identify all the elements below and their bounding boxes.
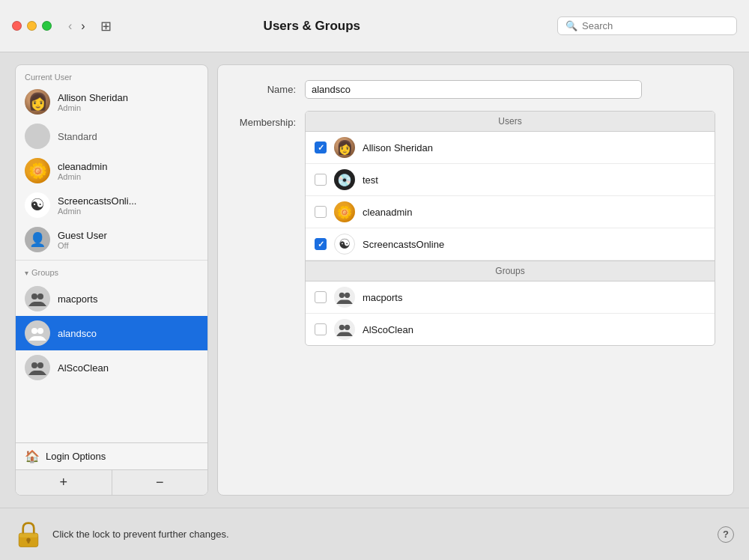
avatar-group-alandsco bbox=[25, 320, 50, 346]
sidebar-item-screencasts[interactable]: ScreencastsOnli... Admin bbox=[16, 188, 207, 222]
svg-point-7 bbox=[345, 293, 350, 298]
sidebar-item-cleanadmin[interactable]: cleanadmin Admin bbox=[16, 153, 207, 188]
member-row-group-macports[interactable]: macports bbox=[306, 281, 715, 314]
sidebar-item-guest[interactable]: Guest User Off bbox=[16, 222, 207, 257]
lock-icon bbox=[15, 520, 42, 550]
user-info-macports: macports bbox=[58, 293, 97, 305]
user-role-screencasts: Admin bbox=[58, 207, 137, 216]
name-row: Name: bbox=[236, 80, 715, 99]
svg-rect-12 bbox=[28, 540, 30, 544]
member-avatar-allison: 👩 bbox=[334, 137, 355, 158]
chevron-icon: ▾ bbox=[25, 269, 28, 277]
member-name-screencasts: ScreencastsOnline bbox=[363, 239, 444, 250]
sidebar-item-standard[interactable]: Standard bbox=[16, 119, 207, 153]
sidebar-item-macports[interactable]: macports bbox=[16, 281, 207, 316]
user-info-guest: Guest User Off bbox=[58, 230, 107, 250]
sidebar-item-alsco[interactable]: AlScoClean bbox=[16, 350, 207, 385]
member-avatar-test: 💿 bbox=[334, 169, 355, 190]
checkbox-group-alsco[interactable] bbox=[315, 323, 327, 335]
search-icon: 🔍 bbox=[565, 20, 577, 31]
traffic-lights bbox=[12, 21, 52, 31]
user-name-cleanadmin: cleanadmin bbox=[58, 161, 108, 172]
member-name-group-macports: macports bbox=[363, 292, 402, 303]
avatar-group-macports bbox=[25, 286, 50, 311]
add-button[interactable]: + bbox=[16, 470, 112, 495]
avatar-group-alsco bbox=[25, 355, 50, 380]
member-row-allison[interactable]: 👩 Allison Sheridan bbox=[306, 132, 715, 164]
membership-row: Membership: Users 👩 Allison Sheridan � bbox=[236, 111, 715, 346]
member-name-allison: Allison Sheridan bbox=[363, 142, 433, 153]
home-icon: 🏠 bbox=[25, 449, 40, 463]
avatar-guest bbox=[25, 227, 50, 252]
membership-label: Membership: bbox=[236, 111, 296, 128]
sidebar-controls: + − bbox=[16, 469, 207, 495]
svg-point-0 bbox=[31, 293, 37, 299]
avatar-standard bbox=[25, 124, 50, 149]
svg-point-5 bbox=[37, 362, 43, 368]
help-button[interactable]: ? bbox=[718, 526, 734, 543]
user-info-alandsco: alandsco bbox=[58, 328, 97, 339]
divider bbox=[16, 260, 207, 261]
checkbox-cleanadmin[interactable] bbox=[315, 206, 327, 218]
group-name-macports: macports bbox=[58, 293, 97, 305]
member-avatar-group-macports bbox=[334, 287, 355, 308]
user-role-cleanadmin: Admin bbox=[58, 172, 108, 181]
user-info-standard: Standard bbox=[58, 131, 97, 142]
sidebar-list: Current User Allison Sheridan Admin Stan… bbox=[16, 65, 207, 442]
member-name-group-alsco: AlScoClean bbox=[363, 324, 413, 335]
remove-button[interactable]: − bbox=[112, 470, 208, 495]
lock-text: Click the lock to prevent further change… bbox=[52, 529, 229, 540]
minimize-button[interactable] bbox=[27, 21, 37, 31]
member-row-screencasts[interactable]: ☯ ScreencastsOnline bbox=[306, 228, 715, 261]
avatar-screencasts bbox=[25, 192, 50, 218]
sidebar-item-alandsco[interactable]: alandsco bbox=[16, 316, 207, 350]
checkbox-group-macports[interactable] bbox=[315, 291, 327, 303]
sidebar-item-allison[interactable]: Allison Sheridan Admin bbox=[16, 85, 207, 119]
checkbox-screencasts[interactable] bbox=[315, 238, 327, 250]
svg-point-1 bbox=[37, 293, 43, 299]
svg-point-3 bbox=[37, 328, 43, 334]
bottom-bar: Click the lock to prevent further change… bbox=[0, 508, 749, 560]
membership-table: Users 👩 Allison Sheridan 💿 test bbox=[305, 111, 715, 346]
svg-point-9 bbox=[345, 325, 350, 330]
member-name-test: test bbox=[363, 174, 378, 186]
group-name-alandsco: alandsco bbox=[58, 328, 97, 339]
main-content: Current User Allison Sheridan Admin Stan… bbox=[0, 52, 749, 508]
detail-panel: Name: Membership: Users 👩 Allison Sherid… bbox=[217, 64, 734, 496]
user-name-screencasts: ScreencastsOnli... bbox=[58, 195, 137, 207]
user-info-alsco: AlScoClean bbox=[58, 362, 109, 374]
groups-section-label: Groups bbox=[31, 268, 58, 277]
member-avatar-group-alsco bbox=[334, 319, 355, 340]
users-header: Users bbox=[306, 112, 715, 132]
name-input[interactable] bbox=[305, 80, 642, 99]
user-info-allison: Allison Sheridan Admin bbox=[58, 92, 128, 112]
login-options-item[interactable]: 🏠 Login Options bbox=[16, 443, 207, 469]
user-role-allison: Admin bbox=[58, 103, 128, 112]
checkbox-test[interactable] bbox=[315, 174, 327, 186]
groups-header: Groups bbox=[306, 261, 715, 281]
titlebar: ‹ › ⊞ Users & Groups 🔍 bbox=[0, 0, 749, 52]
lock-icon-wrapper[interactable] bbox=[15, 520, 42, 550]
checkbox-allison[interactable] bbox=[315, 141, 327, 153]
maximize-button[interactable] bbox=[42, 21, 52, 31]
avatar-cleanadmin bbox=[25, 158, 50, 183]
avatar-allison bbox=[25, 89, 50, 115]
user-name-standard: Standard bbox=[58, 131, 97, 142]
svg-point-2 bbox=[31, 328, 37, 334]
window-title: Users & Groups bbox=[76, 19, 548, 34]
search-input[interactable] bbox=[582, 20, 729, 31]
search-box: 🔍 bbox=[557, 16, 737, 35]
close-button[interactable] bbox=[12, 21, 22, 31]
svg-point-6 bbox=[339, 293, 345, 298]
member-avatar-screencasts: ☯ bbox=[334, 234, 355, 255]
back-button[interactable]: ‹ bbox=[65, 18, 75, 34]
name-label: Name: bbox=[236, 84, 296, 95]
user-name-guest: Guest User bbox=[58, 230, 107, 241]
member-row-cleanadmin[interactable]: 🌼 cleanadmin bbox=[306, 196, 715, 228]
member-row-test[interactable]: 💿 test bbox=[306, 164, 715, 196]
user-name-allison: Allison Sheridan bbox=[58, 92, 128, 103]
user-info-cleanadmin: cleanadmin Admin bbox=[58, 161, 108, 181]
svg-point-4 bbox=[31, 362, 37, 368]
member-name-cleanadmin: cleanadmin bbox=[363, 207, 413, 218]
member-row-group-alsco[interactable]: AlScoClean bbox=[306, 314, 715, 345]
